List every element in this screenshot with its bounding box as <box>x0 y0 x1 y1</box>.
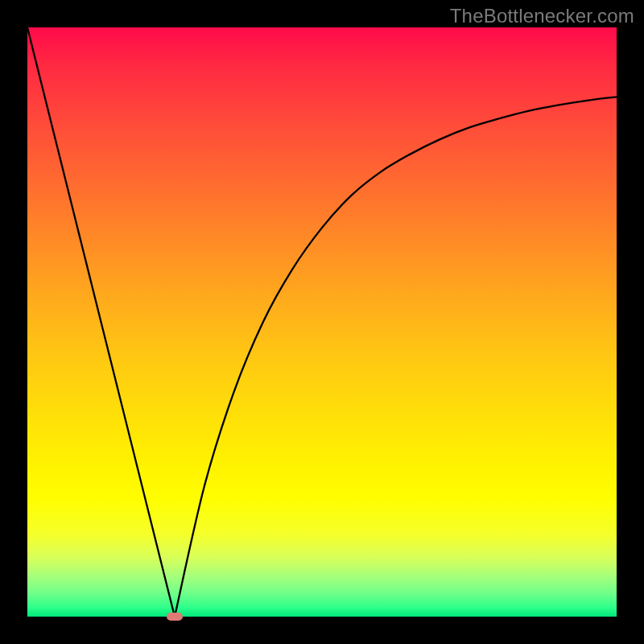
watermark-text: TheBottlenecker.com <box>450 5 634 27</box>
minimum-marker <box>167 613 182 621</box>
plot-area <box>27 27 617 617</box>
curve-path <box>27 27 617 617</box>
bottleneck-curve <box>27 27 617 617</box>
chart-frame: TheBottlenecker.com <box>0 0 644 644</box>
